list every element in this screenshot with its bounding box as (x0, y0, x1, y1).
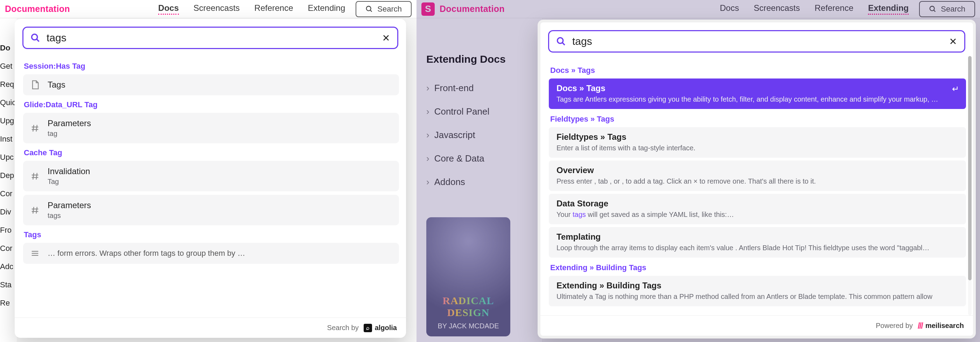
provider-name: meilisearch (925, 322, 964, 330)
chevron-right-icon: › (426, 106, 430, 117)
result-group-label: Extending » Building Tags (550, 263, 966, 272)
result-description: Ultimately a Tag is nothing more than a … (557, 292, 958, 301)
search-trigger-left[interactable]: Search (356, 1, 412, 17)
svg-line-1 (370, 10, 372, 11)
sidebar-item[interactable]: Req (0, 80, 17, 89)
book-preview[interactable]: RADICAL DESIGN BY JACK MCDADE (426, 217, 510, 336)
result-item[interactable]: Parameters tag (23, 113, 399, 143)
result-item-highlighted[interactable]: Docs » Tags Tags are Antlers expressions… (549, 78, 966, 109)
svg-line-8 (33, 125, 33, 131)
nav-extending[interactable]: Extending (308, 3, 345, 15)
result-item[interactable]: Invalidation Tag (23, 161, 399, 191)
svg-line-13 (37, 173, 37, 179)
result-title: Docs » Tags (557, 83, 958, 93)
scrollbar-thumb[interactable] (968, 56, 972, 280)
extending-item-label: Addons (434, 177, 465, 187)
modal-footer-left: Search by ⌕ algolia (15, 318, 406, 338)
result-group-label: Tags (24, 230, 399, 239)
extending-item[interactable]: ›Addons (426, 170, 542, 194)
brand-right[interactable]: S Documentation (417, 2, 505, 16)
sidebar-item[interactable]: Re (0, 299, 17, 308)
topbar-left: Documentation Docs Screencasts Reference… (0, 0, 417, 18)
sidebar-item[interactable]: Upc (0, 153, 17, 162)
result-title: Extending » Building Tags (557, 281, 958, 291)
brand-left[interactable]: Documentation (0, 4, 70, 14)
sidebar-item[interactable]: Get (0, 62, 17, 71)
search-icon (929, 5, 937, 13)
svg-point-0 (366, 6, 371, 11)
sidebar-heading: Do (0, 43, 17, 53)
sidebar-item[interactable]: Cor (0, 244, 17, 253)
result-item[interactable]: … form errors. Wraps other form tags to … (23, 243, 399, 264)
result-item[interactable]: Fieldtypes » Tags Enter a list of items … (549, 127, 966, 158)
book-byline: BY JACK MCDADE (438, 322, 499, 330)
search-input-left[interactable] (46, 32, 375, 44)
results-left[interactable]: Session:Has Tag Tags Glide:Data_URL Tag … (15, 57, 406, 318)
document-icon (30, 80, 40, 90)
nav-reference[interactable]: Reference (815, 3, 854, 15)
result-item[interactable]: Tags (23, 74, 399, 95)
result-title: Fieldtypes » Tags (557, 132, 958, 142)
result-description: Tags are Antlers expressions giving you … (557, 94, 958, 104)
nav-docs[interactable]: Docs (720, 3, 739, 15)
result-title: Data Storage (557, 199, 958, 208)
close-icon (382, 34, 390, 42)
result-description: Enter a list of items with a tag-style i… (557, 143, 958, 153)
sidebar-item[interactable]: Fro (0, 226, 17, 235)
sidebar-item[interactable]: Dep (0, 171, 17, 180)
result-group-label: Fieldtypes » Tags (550, 115, 966, 124)
left-panel: Documentation Docs Screencasts Reference… (0, 0, 417, 342)
result-item[interactable]: Data Storage Your tags will get saved as… (549, 194, 966, 224)
nav-screencasts[interactable]: Screencasts (194, 3, 240, 15)
svg-point-21 (930, 6, 934, 11)
result-group-label: Docs » Tags (550, 66, 966, 75)
result-item[interactable]: Overview Press enter , tab , or , to add… (549, 160, 966, 191)
svg-point-23 (558, 38, 563, 43)
result-subtitle: tags (48, 212, 91, 220)
sidebar-item[interactable]: Inst (0, 134, 17, 144)
sidebar-item[interactable]: Div (0, 208, 17, 217)
results-right[interactable]: Docs » Tags Docs » Tags Tags are Antlers… (540, 60, 973, 315)
extending-item[interactable]: ›Core & Data (426, 147, 542, 170)
scrollbar[interactable] (968, 56, 972, 315)
search-icon (30, 33, 40, 43)
clear-icon[interactable] (949, 37, 957, 46)
result-item[interactable]: Extending » Building Tags Ultimately a T… (549, 276, 966, 306)
clear-icon[interactable] (382, 34, 390, 42)
search-input-right[interactable] (572, 35, 943, 47)
extending-item-label: Core & Data (434, 153, 484, 164)
algolia-logo-icon: ⌕ (364, 324, 372, 332)
menu-icon (30, 248, 40, 258)
nav-screencasts[interactable]: Screencasts (754, 3, 800, 15)
sidebar-item[interactable]: Cor (0, 189, 17, 198)
chevron-right-icon: › (426, 129, 430, 141)
extending-item[interactable]: ›Control Panel (426, 100, 542, 123)
nav-left: Docs Screencasts Reference Extending (158, 3, 345, 15)
sidebar-item[interactable]: Quic (0, 98, 17, 107)
sidebar-item[interactable]: Adc (0, 262, 17, 271)
hash-icon (30, 171, 40, 181)
extending-item[interactable]: ›Javascript (426, 123, 542, 147)
extending-sidebar: Extending Docs ›Front-end ›Control Panel… (417, 18, 542, 342)
result-item[interactable]: Templating Loop through the array items … (549, 227, 966, 257)
svg-line-16 (33, 207, 33, 213)
extending-item[interactable]: ›Front-end (426, 77, 542, 100)
nav-reference[interactable]: Reference (255, 3, 293, 15)
modal-footer-right: Powered by /// meilisearch (540, 315, 973, 336)
algolia-badge[interactable]: ⌕ algolia (364, 324, 397, 332)
result-title: Templating (557, 232, 958, 242)
search-trigger-right[interactable]: Search (919, 1, 975, 17)
nav-docs[interactable]: Docs (158, 3, 179, 15)
sidebar-item[interactable]: Upg (0, 116, 17, 125)
svg-line-12 (33, 173, 33, 179)
nav-extending[interactable]: Extending (868, 3, 908, 15)
search-icon (365, 5, 373, 13)
topbar-right: S Documentation Docs Screencasts Referen… (417, 0, 980, 18)
search-box-right (548, 30, 965, 53)
brand-name: Documentation (440, 4, 505, 14)
meilisearch-badge[interactable]: /// meilisearch (918, 321, 964, 331)
hash-icon (30, 123, 40, 133)
sidebar-item[interactable]: Sta (0, 280, 17, 289)
result-item[interactable]: Parameters tags (23, 195, 399, 225)
svg-line-9 (37, 125, 37, 131)
